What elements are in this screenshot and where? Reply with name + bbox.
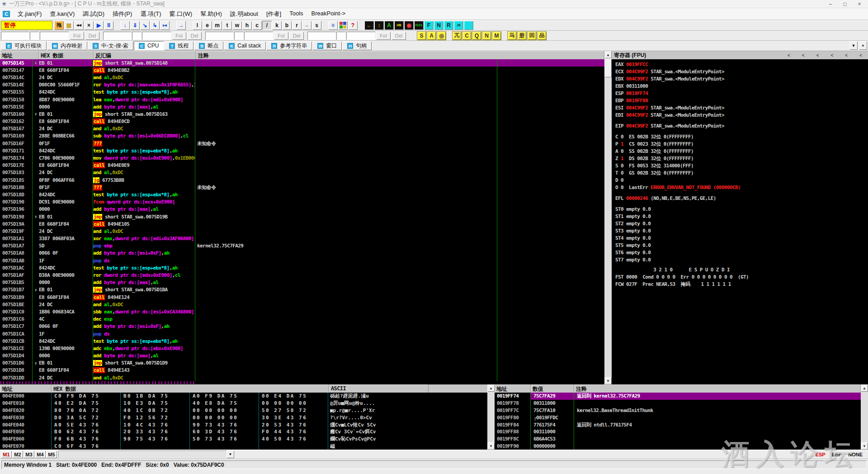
toolbar-view-callstack-button[interactable]: k xyxy=(272,21,282,30)
disasm-row[interactable]: 0075D18324 DCand al,0xDC xyxy=(0,169,604,176)
register-line[interactable]: T 0 GS 002B 32位 0(FFFFFFFF) xyxy=(615,169,868,176)
memory-tab-M5[interactable]: M5 xyxy=(46,450,57,458)
register-line[interactable]: FST 0000 Cond 0 0 0 0 Err 0 0 0 0 0 0 0 … xyxy=(615,273,868,280)
register-line[interactable]: ST5 empty 0.0 xyxy=(615,242,868,249)
disasm-row[interactable]: 0075D19F24 DCand al,0xDC xyxy=(0,228,604,235)
dump-row[interactable]: 004FE050B0 62 43 7620 33 43 7660 3D 43 7… xyxy=(0,428,487,436)
toolbar-search-a-button[interactable]: A xyxy=(427,31,436,40)
panel-scroll-left-icon[interactable]: < xyxy=(802,53,805,58)
tab-close-button[interactable]: × xyxy=(859,41,867,50)
search-input[interactable] xyxy=(307,32,335,40)
toolbar-hex-edit-icon[interactable]: HB xyxy=(394,21,404,30)
disasm-row[interactable]: 0075D14C24 DCand al,0xDC xyxy=(0,74,604,81)
toolbar-attach-button[interactable]: 拖 xyxy=(54,21,64,30)
disasm-row[interactable]: 0075D18B0F1F???未知命令 xyxy=(0,184,604,191)
panel-scroll-left-icon[interactable]: < xyxy=(830,53,833,58)
panel-scroll-left-icon[interactable]: < xyxy=(859,53,862,58)
search-input[interactable] xyxy=(205,32,233,40)
tab-可执行模块[interactable]: E可执行模块 xyxy=(1,41,47,50)
dump-row[interactable]: 004FE040A0 5E 43 7610 4C 43 7690 73 43 7… xyxy=(0,421,487,428)
disasm-row[interactable]: 0075D16724 DCand al,0xDC xyxy=(0,125,604,133)
panel-scroll-left-icon[interactable]: < xyxy=(788,53,790,58)
dump-row[interactable]: 004FE060F0 6B 43 7690 75 43 7650 73 43 7… xyxy=(0,436,487,443)
toolbar-plugin-n2-button[interactable]: N xyxy=(482,31,491,40)
none-indicator[interactable]: NONE xyxy=(848,452,863,457)
register-line[interactable]: Z 1 DS 002B 32位 0(FFFFFFFF) xyxy=(615,155,868,162)
toolbar-options-list-icon[interactable]: ≡ xyxy=(328,21,338,30)
toolbar-view-run-trace-button[interactable]: ... xyxy=(302,21,311,30)
stack-row[interactable]: 0019FF8C6B6A4C53 xyxy=(495,436,861,443)
toolbar-view-memory-button[interactable]: m xyxy=(212,21,222,30)
stack-row[interactable]: 0019FF7475C7FA29返回到 kernel32.75C7FA29 xyxy=(495,393,861,400)
toolbar-plugin-n-button[interactable]: N xyxy=(434,21,443,30)
toolbar-animate-into-button[interactable]: ↘ xyxy=(140,21,150,30)
toolbar-plugin-m-button[interactable]: M xyxy=(492,31,501,40)
register-line[interactable]: EIP 004C99F2 STAR_swa.<ModuleEntryPoint> xyxy=(615,122,868,129)
follow-button[interactable]: Fol xyxy=(376,32,391,40)
delete-button[interactable]: Del xyxy=(187,32,202,40)
scroll-thumb[interactable] xyxy=(604,58,612,77)
scroll-up-icon[interactable]: ▲ xyxy=(487,384,495,392)
delete-button[interactable]: Del xyxy=(85,32,99,40)
memory-tab-M4[interactable]: M4 xyxy=(35,450,46,458)
register-line[interactable]: ST0 empty 0.0 xyxy=(615,205,868,213)
disasm-row[interactable]: 0075D19AE8 660F1F84call 8494E105 xyxy=(0,220,604,228)
tab-中-文-搜-索[interactable]: S中-文-搜-索 xyxy=(88,41,133,50)
toolbar-view-patches-button[interactable]: / xyxy=(262,21,272,30)
disasm-row[interactable]: 0075D1B50000add byte ptr ds:[eax],al xyxy=(0,279,604,286)
disasm-row[interactable]: 0075D1AC8424DCtest byte ptr ss:[esp+ebx*… xyxy=(0,264,604,271)
panel-scroll-left-icon[interactable]: < xyxy=(816,53,819,58)
disasm-row[interactable]: 0075D1DD24 DCand al,0xDC xyxy=(0,374,604,381)
follow-button[interactable]: Fol xyxy=(274,32,288,40)
toolbar-view-breakpoints-button[interactable]: b xyxy=(282,21,292,30)
menu-item[interactable]: Tools xyxy=(285,9,307,19)
delete-button[interactable]: Del xyxy=(289,32,304,40)
toolbar-plugin-r-button[interactable]: R xyxy=(444,21,453,30)
menu-item[interactable]: 文.jian(F) xyxy=(14,9,46,19)
tab-内存映射[interactable]: M内存映射 xyxy=(47,41,87,50)
register-line[interactable]: ST3 empty 0.0 xyxy=(615,227,868,234)
tab-Call stack[interactable]: KCall stack xyxy=(224,41,266,50)
register-line[interactable]: ST4 empty 0.0 xyxy=(615,234,868,242)
toolbar-assembler-icon[interactable]: A xyxy=(384,21,394,30)
disasm-row[interactable]: 0075D1558424DCtest byte ptr ss:[esp+ebx*… xyxy=(0,89,604,96)
disasm-row[interactable]: 0075D1A75Dpop ebpkernel32.75C7FA29 xyxy=(0,242,604,250)
register-line[interactable]: O 0 LastErr ERROR_ENVVAR_NOT_FOUND (0000… xyxy=(615,184,868,191)
dump-row[interactable]: 004FE01040 E2 DA 7510 E3 DA 7540 E8 DA 7… xyxy=(0,400,487,407)
register-line[interactable]: EBP 0019FF80 xyxy=(615,97,868,104)
search-input[interactable] xyxy=(103,32,131,40)
stack-header-value[interactable]: 数值 xyxy=(531,384,574,393)
register-line[interactable]: EFL 00000246 (NO,NB,E,BE,NS,PE,GE,LE) xyxy=(615,194,868,202)
register-line[interactable]: EAX 0019FFCC xyxy=(615,61,868,68)
toolbar-view-log-button[interactable]: l xyxy=(193,21,202,30)
toolbar-plugin-grid-button[interactable]: 品 xyxy=(537,31,547,40)
search-count-input[interactable] xyxy=(30,32,39,40)
disasm-row[interactable]: 0075D1BE24 DCand al,0xDC xyxy=(0,301,604,308)
memory-tab-M2[interactable]: M2 xyxy=(12,450,23,458)
register-line[interactable]: EDI 004C99F2 STAR_swa.<ModuleEntryPoint> xyxy=(615,111,868,118)
tab-dropdown-button[interactable]: ▼ xyxy=(849,41,858,50)
toolbar-target-icon[interactable]: ◉ xyxy=(404,21,414,30)
toolbar-plugin-f-button[interactable]: F xyxy=(424,21,434,30)
register-line[interactable]: ESP 0019FF74 xyxy=(615,90,868,97)
search-value-input[interactable] xyxy=(346,32,375,40)
follow-button[interactable]: Fol xyxy=(70,32,84,40)
dump-row[interactable]: 004FE02080 70 0A 7240 1C 0B 7200 00 00 0… xyxy=(0,407,487,414)
menu-item[interactable]: 查.kan(V) xyxy=(46,9,79,19)
dump-row[interactable]: 004FE070C0 6F 43 76縊 xyxy=(0,443,487,450)
search-value-input[interactable] xyxy=(142,32,171,40)
toolbar-help-button[interactable]: ? xyxy=(348,21,358,30)
register-line[interactable]: ST7 empty 0.0 xyxy=(615,256,868,263)
register-line[interactable]: S 0 FS 0053 32位 314000(FFF) xyxy=(615,162,868,169)
toolbar-view-threads-button[interactable]: t xyxy=(222,21,232,30)
toolbar-plugin-return-button[interactable]: 回 xyxy=(527,31,537,40)
dump-header-ascii[interactable]: ASCII xyxy=(329,384,429,393)
disasm-row[interactable]: 0075D1C70066 0Fadd byte ptr ds:[esi+0xF]… xyxy=(0,323,604,330)
toolbar-view-references-button[interactable]: r xyxy=(292,21,302,30)
memory-tab-M3[interactable]: M3 xyxy=(24,450,34,458)
toolbar-pause-program-button[interactable]: II xyxy=(104,21,113,30)
disasm-row[interactable]: 0075D1C64Cdec esp xyxy=(0,316,604,323)
tab-CPU[interactable]: CCPU xyxy=(134,41,164,50)
disasm-row[interactable]: 0075D169288E 008BEC66sub byte ptr ds:[es… xyxy=(0,133,604,140)
menu-item[interactable]: 窗.口(W) xyxy=(165,9,197,19)
